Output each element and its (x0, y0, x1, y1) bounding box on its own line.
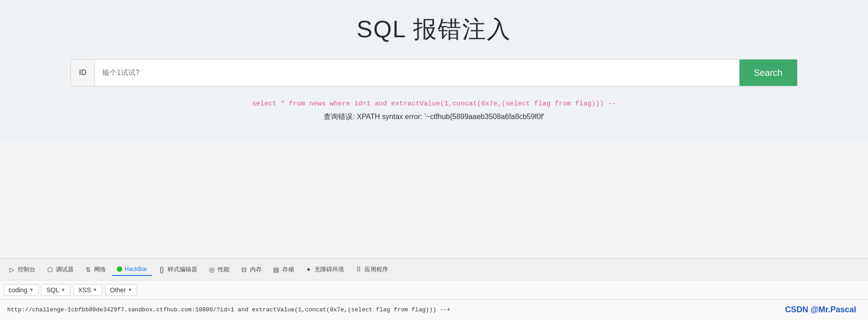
tab-memory-label: 内存 (250, 265, 262, 274)
search-input[interactable] (95, 60, 739, 86)
url-text: http://challenge-1cbfbb80de3429f7.sandbo… (7, 306, 785, 313)
tab-debugger-label: 调试器 (56, 265, 74, 274)
page-title: SQL 报错注入 (357, 14, 512, 45)
tab-network-label: 网络 (94, 265, 106, 274)
error-message: 查询错误: XPATH syntax error: '~ctfhub{5899a… (324, 112, 544, 122)
tab-hackbar-label: HackBar (125, 265, 147, 272)
coding-dropdown[interactable]: coding ▼ (4, 284, 39, 296)
search-bar: ID Search (70, 59, 798, 86)
middle-space (0, 141, 868, 258)
tab-application-label: 应用程序 (364, 265, 388, 274)
xss-dropdown-arrow-icon: ▼ (93, 287, 97, 292)
coding-dropdown-arrow-icon: ▼ (29, 287, 34, 292)
tab-memory[interactable]: ⊟ 内存 (236, 263, 266, 276)
application-icon: ⠿ (355, 266, 362, 273)
tab-storage[interactable]: ▤ 存储 (268, 263, 299, 276)
accessibility-icon: ✦ (305, 266, 312, 273)
sql-dropdown-label: SQL (46, 286, 59, 294)
tab-console[interactable]: ▷ 控制台 (4, 263, 40, 276)
other-dropdown-label: Other (110, 286, 126, 294)
storage-icon: ▤ (273, 266, 280, 273)
xss-dropdown[interactable]: XSS ▼ (73, 284, 102, 296)
sql-dropdown[interactable]: SQL ▼ (41, 284, 70, 296)
tab-hackbar[interactable]: HackBar (112, 263, 152, 276)
hackbar-toolbar: coding ▼ SQL ▼ XSS ▼ Other ▼ (0, 280, 868, 299)
search-label: ID (71, 60, 95, 86)
coding-dropdown-label: coding (9, 286, 27, 294)
hackbar-dot-icon (117, 266, 122, 272)
tab-performance-label: 性能 (218, 265, 229, 274)
debugger-icon: ⬡ (46, 266, 54, 273)
tab-style-editor-label: 样式编辑器 (168, 265, 197, 274)
tab-accessibility-label: 无障碍环境 (314, 265, 344, 274)
network-icon: ⇅ (85, 266, 92, 273)
url-bar: http://challenge-1cbfbb80de3429f7.sandbo… (0, 299, 868, 320)
sql-dropdown-arrow-icon: ▼ (61, 287, 65, 292)
search-button[interactable]: Search (739, 60, 797, 86)
watermark: CSDN @Mr.Pascal (785, 305, 861, 315)
tab-storage-label: 存储 (282, 265, 294, 274)
style-editor-icon: {} (158, 266, 165, 273)
tab-console-label: 控制台 (18, 265, 35, 274)
tab-performance[interactable]: ◎ 性能 (204, 263, 234, 276)
other-dropdown[interactable]: Other ▼ (105, 284, 137, 296)
other-dropdown-arrow-icon: ▼ (128, 287, 132, 292)
tab-network[interactable]: ⇅ 网络 (80, 263, 110, 276)
performance-icon: ◎ (208, 266, 215, 273)
tab-style-editor[interactable]: {} 样式编辑器 (154, 263, 202, 276)
tab-debugger[interactable]: ⬡ 调试器 (42, 263, 78, 276)
main-content: SQL 报错注入 ID Search select * from news wh… (0, 0, 868, 141)
memory-icon: ⊟ (240, 266, 248, 273)
tab-accessibility[interactable]: ✦ 无障碍环境 (300, 263, 349, 276)
devtools-bar: ▷ 控制台 ⬡ 调试器 ⇅ 网络 HackBar {} 样式编辑器 ◎ 性能 ⊟… (0, 258, 868, 280)
tab-application[interactable]: ⠿ 应用程序 (350, 263, 393, 276)
xss-dropdown-label: XSS (78, 286, 91, 294)
sql-query: select * from news where id=1 and extrac… (252, 100, 616, 108)
console-icon: ▷ (8, 266, 15, 273)
